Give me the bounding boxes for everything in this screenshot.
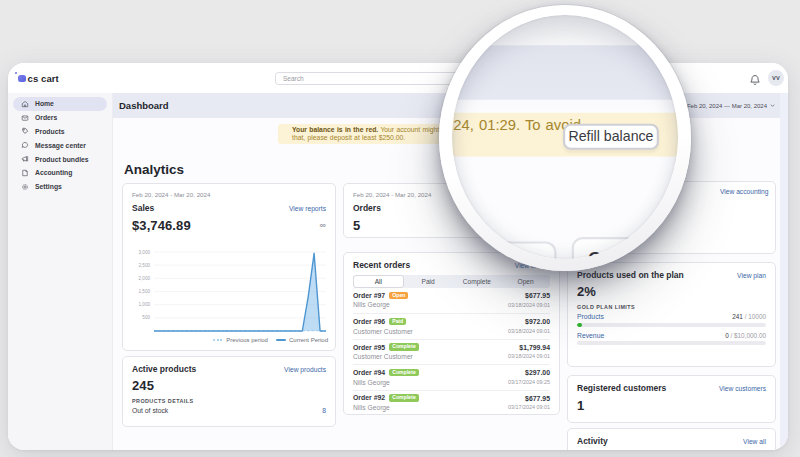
registered-customers-title: Registered customers [577, 383, 666, 393]
svg-text:2,000: 2,000 [139, 276, 151, 281]
order-line1: Order #94Complete [353, 369, 550, 376]
out-of-stock-label: Out of stock [132, 407, 168, 414]
limit-progress-track [577, 341, 766, 345]
plan-usage-value: 2% [577, 284, 766, 299]
view-customers-link[interactable]: View customers [719, 385, 766, 392]
lens-magnified-view: cs cart VV HomeOrdersProductsMessage cen… [452, 15, 678, 259]
limit-label[interactable]: Revenue [577, 332, 604, 339]
sidebar-item-label: Products [35, 128, 64, 135]
order-id: Order #94 [353, 369, 385, 376]
message-icon [21, 141, 29, 149]
tab-open[interactable]: Open [501, 275, 550, 288]
view-all-link[interactable]: View all [743, 438, 766, 445]
cscart-logo-icon [18, 75, 26, 83]
accounting-icon [21, 169, 29, 177]
legend-item: Current Period [276, 337, 328, 343]
legend-swatch [213, 339, 223, 341]
sales-chart: 5001,0001,5002,0002,5003,000 [132, 238, 328, 336]
order-row[interactable]: Order #92CompleteNills George$677.9503/1… [353, 390, 550, 415]
svg-text:2,500: 2,500 [139, 263, 151, 268]
sidebar-item-label: Orders [35, 114, 57, 121]
order-status-tabs: AllPaidCompleteOpen [353, 275, 550, 288]
order-date: 03/18/2024 09:01 [508, 302, 550, 308]
order-row[interactable]: Order #97OpenNills George$677.9503/18/20… [353, 288, 550, 313]
order-row[interactable]: Order #94CompleteNills George$297.0003/1… [353, 364, 550, 389]
svg-text:1,500: 1,500 [139, 289, 151, 294]
status-badge: Open [389, 292, 408, 299]
order-list: Order #97OpenNills George$677.9503/18/20… [353, 288, 550, 415]
legend-item: Previous period [213, 337, 268, 343]
plan-limit-row: Revenue0 / $10,000.00 [577, 332, 766, 346]
status-badge: Complete [389, 369, 419, 376]
order-row[interactable]: Order #95CompleteCustomer Customer$1,799… [353, 339, 550, 364]
view-products-link[interactable]: View products [284, 366, 326, 373]
settings-icon [21, 183, 29, 191]
order-id: Order #95 [353, 344, 385, 351]
order-id: Order #97 [353, 292, 385, 299]
sidebar-item-label: Accounting [35, 169, 72, 176]
bell-icon[interactable] [749, 72, 761, 84]
order-total: $677.95 [525, 292, 550, 299]
order-date: 03/17/2024 09:01 [508, 404, 550, 410]
plan-title: Products used on the plan [577, 270, 684, 280]
sidebar-item-accounting[interactable]: Accounting [13, 166, 107, 180]
status-badge: Complete [389, 343, 419, 350]
magnifier-lens: cs cart VV HomeOrdersProductsMessage cen… [439, 5, 691, 271]
sidebar-item-message-center[interactable]: Message center [13, 138, 107, 152]
logo-text: cs cart [28, 73, 59, 84]
order-line1: Order #92Complete [353, 394, 550, 401]
user-avatar[interactable]: VV [768, 70, 784, 86]
products-details-heading: PRODUCTS DETAILS [132, 398, 326, 404]
sidebar-item-products[interactable]: Products [13, 125, 107, 139]
bundles-icon [21, 155, 29, 163]
sidebar-item-home[interactable]: Home [13, 97, 107, 111]
orders-icon [21, 114, 29, 122]
screenshot-canvas: cs cart VV HomeOrdersProductsMessage cen… [0, 0, 800, 457]
date-range-label: Feb 20, 2024 — Mar 20, 2024 [687, 103, 767, 109]
svg-text:500: 500 [142, 315, 150, 320]
sidebar-item-product-bundles[interactable]: Product bundles [13, 152, 107, 166]
order-row[interactable]: Order #96PaidCustomer Customer$972.0003/… [353, 313, 550, 338]
view-plan-link[interactable]: View plan [737, 272, 766, 279]
recent-orders-title: Recent orders [353, 260, 410, 270]
order-date: 03/18/2024 09:01 [508, 353, 550, 359]
sales-date-range: Feb 20, 2024 - Mar 20, 2024 [132, 191, 326, 198]
plan-limits-heading: GOLD PLAN LIMITS [577, 304, 766, 310]
analytics-heading: Analytics [124, 162, 184, 177]
notification-bold: Your balance is in the red. [292, 126, 378, 133]
limit-value: 241 / 10000 [732, 313, 766, 320]
plan-limit-row: Products241 / 10000 [577, 313, 766, 327]
order-line1: Order #97Open [353, 292, 550, 299]
tab-all[interactable]: All [353, 275, 404, 288]
tab-complete[interactable]: Complete [453, 275, 502, 288]
sidebar: HomeOrdersProductsMessage centerProduct … [8, 93, 113, 450]
sidebar-item-settings[interactable]: Settings [13, 180, 107, 194]
out-of-stock-value[interactable]: 8 [322, 407, 326, 414]
view-accounting-link[interactable]: View accounting [720, 188, 769, 195]
limit-progress-track [577, 323, 766, 327]
chart-legend: Previous periodCurrent Period [132, 337, 328, 343]
orders-value: 5 [353, 218, 360, 233]
legend-label: Current Period [289, 337, 328, 343]
view-reports-link[interactable]: View reports [289, 205, 326, 212]
sales-value: $3,746.89 [132, 218, 191, 233]
plan-limits-list: Products241 / 10000Revenue0 / $10,000.00 [577, 313, 766, 345]
date-range-selector[interactable]: Feb 20, 2024 — Mar 20, 2024 [687, 103, 775, 109]
limit-value: 0 / $10,000.00 [725, 332, 766, 339]
status-badge: Complete [389, 394, 419, 401]
order-line1: Order #96Paid [353, 318, 550, 325]
recent-orders-card: Recent orders View orders AllPaidComplet… [343, 252, 560, 415]
order-total: $677.95 [525, 395, 550, 402]
sidebar-item-label: Settings [35, 183, 62, 190]
sidebar-item-orders[interactable]: Orders [13, 111, 107, 125]
tab-paid[interactable]: Paid [404, 275, 453, 288]
sidebar-item-label: Home [35, 100, 54, 107]
limit-label[interactable]: Products [577, 313, 604, 320]
order-date: 03/17/2024 09:25 [508, 379, 550, 385]
legend-swatch [276, 339, 286, 341]
order-id: Order #92 [353, 394, 385, 401]
limit-progress-fill [577, 323, 582, 327]
scrollbar-track[interactable] [780, 93, 788, 450]
home-icon [21, 100, 29, 108]
registered-customers-value: 1 [577, 398, 766, 413]
